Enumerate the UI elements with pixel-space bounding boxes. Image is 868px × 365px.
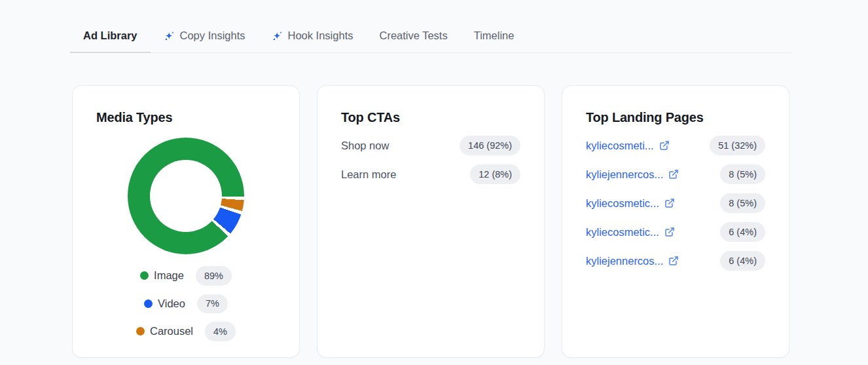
- landing-page-row: kyliejennercos... 6 (4%): [586, 251, 765, 271]
- landing-page-url[interactable]: kyliejennercos...: [586, 255, 663, 267]
- landing-page-link[interactable]: kyliejennercos...: [586, 168, 679, 181]
- donut-hole: [150, 160, 222, 232]
- cta-label: Shop now: [341, 140, 389, 152]
- media-types-card: Media Types Image 89% Video 7% Carousel …: [72, 85, 300, 358]
- cta-count-badge: 12 (8%): [470, 164, 520, 184]
- legend-item-image: Image 89%: [140, 266, 232, 286]
- landing-page-link[interactable]: kyliecosmetic...: [586, 197, 675, 210]
- image-color-dot: [140, 271, 149, 280]
- legend-value-badge: 89%: [196, 266, 232, 286]
- media-types-donut-chart: [128, 138, 244, 254]
- landing-page-link[interactable]: kyliejennercos...: [586, 255, 679, 267]
- tab-label: Hook Insights: [288, 29, 353, 42]
- cta-row: Shop now 146 (92%): [341, 136, 520, 155]
- tab-hook-insights[interactable]: Hook Insights: [259, 20, 367, 52]
- media-types-legend: Image 89% Video 7% Carousel 4%: [96, 266, 276, 341]
- carousel-color-dot: [136, 327, 145, 336]
- external-link-icon[interactable]: [664, 198, 675, 208]
- video-color-dot: [144, 299, 153, 308]
- tab-label: Ad Library: [83, 29, 137, 42]
- landing-page-row: kyliejennercos... 8 (5%): [586, 164, 765, 184]
- top-ctas-title: Top CTAs: [341, 110, 520, 125]
- tab-creative-tests[interactable]: Creative Tests: [366, 20, 460, 52]
- media-types-title: Media Types: [96, 110, 276, 125]
- legend-label: Video: [158, 298, 185, 310]
- cards-row: Media Types Image 89% Video 7% Carousel …: [72, 85, 868, 358]
- top-ctas-list: Shop now 146 (92%) Learn more 12 (8%): [341, 136, 520, 184]
- sparkles-icon: [164, 30, 175, 42]
- landing-page-url[interactable]: kyliecosmeti...: [586, 140, 654, 152]
- landing-page-row: kyliecosmetic... 6 (4%): [586, 222, 765, 242]
- landing-page-count-badge: 6 (4%): [720, 251, 765, 271]
- external-link-icon[interactable]: [664, 227, 675, 237]
- top-ctas-card: Top CTAs Shop now 146 (92%) Learn more 1…: [317, 85, 545, 358]
- landing-page-link[interactable]: kyliecosmetic...: [586, 226, 675, 239]
- landing-page-count-badge: 51 (32%): [710, 136, 765, 155]
- tab-ad-library[interactable]: Ad Library: [70, 20, 151, 52]
- legend-label: Image: [154, 269, 184, 282]
- cta-row: Learn more 12 (8%): [341, 164, 520, 184]
- landing-page-link[interactable]: kyliecosmeti...: [586, 140, 670, 152]
- landing-page-url[interactable]: kyliecosmetic...: [586, 226, 659, 239]
- landing-page-count-badge: 8 (5%): [720, 164, 765, 184]
- top-landing-pages-card: Top Landing Pages kyliecosmeti... 51 (32…: [562, 85, 789, 358]
- tab-timeline[interactable]: Timeline: [461, 20, 528, 52]
- landing-page-url[interactable]: kyliecosmetic...: [586, 197, 659, 210]
- cta-count-badge: 146 (92%): [460, 136, 520, 155]
- external-link-icon[interactable]: [659, 140, 670, 151]
- tab-label: Timeline: [474, 29, 515, 42]
- legend-label: Carousel: [150, 325, 193, 337]
- legend-value-badge: 7%: [197, 294, 228, 314]
- tab-copy-insights[interactable]: Copy Insights: [151, 20, 259, 52]
- top-landing-pages-title: Top Landing Pages: [586, 110, 765, 125]
- external-link-icon[interactable]: [668, 169, 679, 180]
- landing-page-row: kyliecosmeti... 51 (32%): [586, 136, 765, 155]
- legend-item-video: Video 7%: [144, 294, 228, 314]
- landing-page-count-badge: 6 (4%): [720, 222, 765, 242]
- landing-page-url[interactable]: kyliejennercos...: [586, 168, 663, 181]
- tab-label: Creative Tests: [379, 29, 447, 42]
- landing-page-count-badge: 8 (5%): [720, 193, 765, 213]
- landing-page-row: kyliecosmetic... 8 (5%): [586, 193, 765, 213]
- top-landing-pages-list: kyliecosmeti... 51 (32%) kyliejennercos.…: [586, 136, 765, 271]
- tab-bar: Ad Library Copy Insights Hook Insights C…: [70, 20, 792, 53]
- cta-label: Learn more: [341, 168, 396, 181]
- external-link-icon[interactable]: [668, 256, 679, 266]
- sparkles-icon: [272, 30, 283, 42]
- tab-label: Copy Insights: [180, 29, 245, 42]
- legend-item-carousel: Carousel 4%: [136, 322, 236, 341]
- legend-value-badge: 4%: [205, 322, 236, 341]
